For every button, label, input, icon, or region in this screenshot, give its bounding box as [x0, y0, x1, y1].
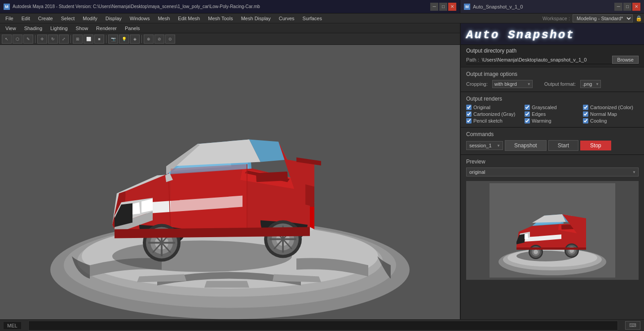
svg-point-5	[112, 241, 292, 272]
panel-minimize-button[interactable]: ─	[614, 3, 622, 11]
start-button[interactable]: Start	[548, 140, 578, 151]
menu-modify[interactable]: Modify	[79, 15, 101, 22]
viewport-scene	[0, 45, 460, 319]
preview-select[interactable]: original grayscaled cartoonized_color ca…	[466, 168, 639, 177]
preview-scene	[490, 183, 615, 278]
viewport-menu-show[interactable]: Show	[72, 25, 92, 32]
panel-maximize-button[interactable]: □	[623, 3, 631, 11]
close-button[interactable]: ✕	[448, 3, 456, 11]
panel-title-bar: M Auto_Snapshot_v_1_0 ─ □ ✕	[460, 0, 644, 13]
main-title-bar: M Autodesk Maya 2018 - Student Version: …	[0, 0, 460, 13]
output-format-select-wrapper: .png .jpg .tiff .exr	[580, 80, 601, 88]
script-editor-button[interactable]: ⌨	[625, 321, 640, 330]
path-value: \Users\Nemanja\Desktop\auto_snapshot_v_1…	[482, 57, 610, 62]
output-renders-section: Output renders Original Grayscaled Carto…	[461, 92, 644, 128]
panel-close-button[interactable]: ✕	[632, 3, 640, 11]
cropping-select-wrapper: with bkgrd without bkgrd none	[492, 80, 533, 88]
browse-button[interactable]: Browse	[612, 56, 639, 64]
tool-move[interactable]: ✛	[37, 35, 47, 44]
commands-section: Commands session_1 session_2 session_3 S…	[461, 128, 644, 155]
menu-mesh-tools[interactable]: Mesh Tools	[204, 15, 236, 22]
render-checkbox-grayscaled: Grayscaled	[525, 105, 580, 110]
viewport-menu-panels[interactable]: Panels	[121, 25, 144, 32]
output-format-select[interactable]: .png .jpg .tiff .exr	[580, 80, 601, 88]
maximize-button[interactable]: □	[439, 3, 447, 11]
checkbox-original[interactable]	[466, 105, 472, 110]
viewport-menu-shading[interactable]: Shading	[21, 25, 46, 32]
checkbox-normal-map[interactable]	[583, 111, 588, 117]
output-directory-section: Output directory path Path : \Users\Nema…	[461, 45, 644, 67]
tool-snap-grid[interactable]: ⊕	[144, 35, 154, 44]
checkbox-cartoonized-color[interactable]	[583, 105, 588, 110]
status-bar: MEL ⌨	[0, 319, 644, 331]
workspace-label: Workspace :	[543, 16, 570, 21]
stop-button[interactable]: Stop	[580, 141, 611, 150]
tool-rig[interactable]: ◈	[130, 35, 140, 44]
mel-input[interactable]	[28, 321, 618, 331]
menu-display[interactable]: Display	[102, 15, 125, 22]
viewport-3d[interactable]	[0, 45, 460, 319]
tool-wireframe[interactable]: ⬜	[84, 35, 93, 44]
checkbox-pencil-sketch[interactable]	[466, 118, 472, 124]
minimize-button[interactable]: ─	[430, 3, 438, 11]
path-label: Path :	[466, 57, 479, 62]
tool-camera[interactable]: 📷	[108, 35, 118, 44]
viewport-menu-lighting[interactable]: Lighting	[47, 25, 71, 32]
render-checkbox-cooling: Cooling	[583, 118, 639, 124]
tool-snap-curve[interactable]: ⊘	[154, 35, 164, 44]
workspace-dropdown[interactable]: Modeling - Standard*	[573, 14, 633, 22]
output-format-label: Output format:	[544, 81, 576, 87]
menu-edit-mesh[interactable]: Edit Mesh	[174, 15, 203, 22]
output-directory-title: Output directory path	[466, 48, 639, 54]
menu-select[interactable]: Select	[57, 15, 79, 22]
commands-row: session_1 session_2 session_3 Snapshot S…	[466, 140, 639, 151]
checkbox-warming[interactable]	[525, 118, 530, 124]
menu-windows[interactable]: Windows	[126, 15, 154, 22]
checkbox-edges[interactable]	[525, 111, 530, 117]
render-checkbox-edges: Edges	[525, 111, 580, 117]
tool-shaded[interactable]: ■	[94, 35, 104, 44]
tool-select[interactable]: ↖	[2, 35, 12, 44]
tool-paint[interactable]: ✎	[23, 35, 33, 44]
output-renders-title: Output renders	[466, 96, 639, 102]
checkbox-grayscaled[interactable]	[525, 105, 530, 110]
preview-select-wrapper: original grayscaled cartoonized_color ca…	[466, 168, 639, 177]
menu-mesh[interactable]: Mesh	[154, 15, 173, 22]
viewport-menu-view[interactable]: View	[2, 25, 20, 32]
svg-point-35	[534, 250, 538, 254]
tool-scale[interactable]: ⤢	[59, 35, 69, 44]
menu-create[interactable]: Create	[35, 15, 57, 22]
maya-icon: M	[4, 4, 10, 10]
menu-curves[interactable]: Curves	[275, 15, 298, 22]
cropping-select[interactable]: with bkgrd without bkgrd none	[492, 80, 533, 88]
viewport-container: View Shading Lighting Show Renderer Pane…	[0, 23, 460, 319]
checkbox-cartoonized-gray[interactable]	[466, 111, 472, 117]
render-checkbox-pencil-sketch: Pencil sketch	[466, 118, 522, 124]
preview-section: Preview original grayscaled cartoonized_…	[461, 155, 644, 319]
render-checkbox-normal-map: Normal Map	[583, 111, 639, 117]
renders-grid: Original Grayscaled Cartoonized (Color) …	[466, 105, 639, 124]
right-panel: Auto Snapshot Output directory path Path…	[460, 23, 644, 319]
output-image-options-title: Output image options	[466, 71, 639, 77]
checkbox-cooling[interactable]	[583, 118, 588, 124]
menu-surfaces[interactable]: Surfaces	[299, 15, 326, 22]
svg-rect-6	[256, 172, 288, 182]
tool-grid[interactable]: ⊞	[73, 35, 83, 44]
panel-icon: M	[464, 4, 470, 10]
main-window-title: Autodesk Maya 2018 - Student Version: C:…	[13, 4, 260, 9]
viewport-menu-renderer[interactable]: Renderer	[93, 25, 120, 32]
cropping-label: Cropping:	[466, 81, 488, 87]
tool-rotate[interactable]: ↻	[48, 35, 58, 44]
menu-file[interactable]: File	[2, 15, 17, 22]
render-checkbox-original: Original	[466, 105, 522, 110]
menu-edit[interactable]: Edit	[18, 15, 34, 22]
menu-mesh-display[interactable]: Mesh Display	[238, 15, 274, 22]
tool-lasso[interactable]: ⬡	[13, 35, 22, 44]
tool-light[interactable]: 💡	[119, 35, 129, 44]
preview-image	[466, 181, 639, 280]
tool-snap-point[interactable]: ⊙	[165, 35, 175, 44]
snapshot-button[interactable]: Snapshot	[505, 140, 547, 151]
viewport-toolbar: ↖ ⬡ ✎ ✛ ↻ ⤢ ⊞ ⬜ ■ 📷 💡 ◈ ⊕ ⊘ ⊙	[0, 33, 460, 45]
session-select[interactable]: session_1 session_2 session_3	[466, 141, 503, 150]
render-checkbox-cartoonized-gray: Cartoonized (Gray)	[466, 111, 522, 117]
